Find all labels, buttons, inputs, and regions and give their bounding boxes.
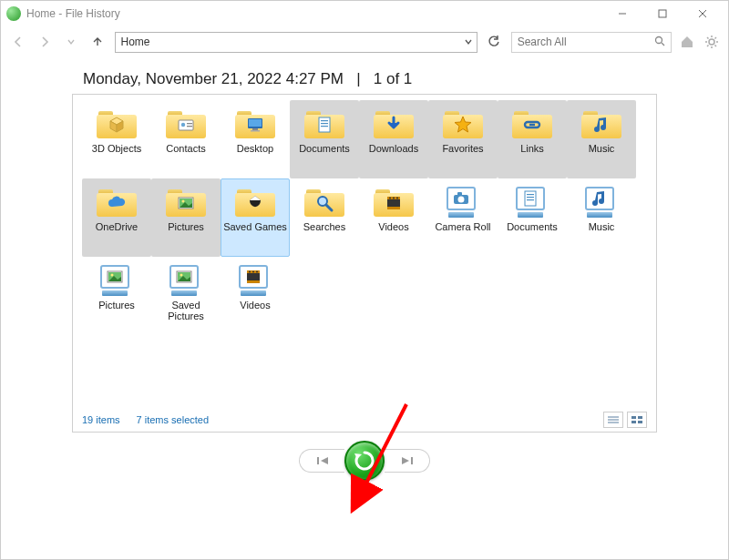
item-pictures[interactable]: Pictures — [82, 257, 151, 335]
desk-icon — [245, 115, 265, 137]
item-label: Contacts — [166, 143, 205, 154]
settings-gear-icon[interactable] — [703, 33, 721, 51]
folder-icon — [374, 105, 414, 141]
item-label: Camera Roll — [435, 221, 490, 232]
next-version-button[interactable] — [385, 449, 430, 473]
item-saved-pictures[interactable]: Saved Pictures — [151, 257, 221, 335]
item-label: Links — [520, 143, 544, 154]
recent-dropdown[interactable] — [61, 32, 80, 52]
folder-icon — [581, 105, 621, 141]
svg-rect-27 — [321, 120, 328, 121]
svg-rect-29 — [321, 126, 328, 127]
item-music[interactable]: Music — [567, 178, 636, 257]
svg-rect-48 — [527, 197, 534, 198]
svg-point-42 — [396, 197, 398, 199]
svg-rect-58 — [247, 280, 260, 283]
item-label: 3D Objects — [92, 143, 141, 154]
folder-icon — [166, 183, 206, 219]
playback-controls — [1, 433, 728, 489]
item-onedrive[interactable]: OneDrive — [82, 178, 151, 257]
svg-rect-49 — [527, 199, 534, 200]
library-icon — [97, 261, 137, 298]
item-label: Music — [589, 221, 615, 232]
up-button[interactable] — [87, 32, 107, 52]
close-button[interactable] — [683, 1, 723, 26]
svg-rect-68 — [638, 421, 642, 423]
item-documents[interactable]: Documents — [290, 100, 359, 178]
svg-point-41 — [393, 197, 395, 199]
search-input[interactable] — [518, 33, 654, 52]
item-searches[interactable]: Searches — [290, 178, 359, 257]
items-grid[interactable]: 3D ObjectsContactsDesktopDocumentsDownlo… — [73, 95, 656, 404]
svg-point-60 — [252, 271, 254, 273]
item-label: OneDrive — [96, 221, 138, 232]
svg-rect-20 — [187, 123, 192, 124]
item-count: 19 items — [82, 414, 120, 425]
folder-icon — [235, 105, 275, 141]
svg-line-14 — [715, 37, 717, 39]
forward-button[interactable] — [35, 32, 54, 52]
restore-button[interactable] — [344, 441, 385, 481]
refresh-button[interactable] — [485, 32, 504, 52]
cloud-icon — [107, 193, 127, 215]
view-icons-button[interactable] — [627, 412, 647, 428]
library-icon — [166, 261, 206, 298]
item-favorites[interactable]: Favorites — [428, 100, 498, 178]
minimize-button[interactable] — [602, 1, 642, 26]
address-input[interactable] — [116, 33, 460, 52]
item-pictures[interactable]: Pictures — [151, 178, 221, 257]
library-icon — [512, 183, 552, 219]
item-links[interactable]: Links — [498, 100, 567, 178]
svg-rect-1 — [659, 10, 666, 17]
item-downloads[interactable]: Downloads — [359, 100, 428, 178]
window-title: Home - File History — [26, 7, 120, 20]
svg-rect-66 — [638, 416, 642, 419]
svg-rect-25 — [251, 130, 260, 132]
svg-point-4 — [655, 36, 662, 43]
view-details-button[interactable] — [603, 412, 623, 428]
item-documents[interactable]: Documents — [498, 178, 567, 257]
svg-rect-69 — [317, 457, 319, 464]
file-history-app-icon — [6, 6, 21, 21]
svg-line-11 — [707, 37, 709, 39]
svg-point-40 — [389, 197, 391, 199]
back-button[interactable] — [8, 32, 27, 52]
svg-point-45 — [458, 197, 465, 203]
library-icon — [443, 183, 483, 219]
item-music[interactable]: Music — [567, 100, 636, 178]
svg-point-34 — [182, 199, 185, 202]
item-label: Pictures — [98, 300, 135, 311]
pic-icon — [176, 193, 196, 215]
item-label: Favorites — [442, 143, 483, 154]
item-saved-games[interactable]: Saved Games — [221, 178, 290, 257]
svg-rect-39 — [387, 207, 400, 209]
item-desktop[interactable]: Desktop — [221, 100, 290, 178]
item-contacts[interactable]: Contacts — [151, 100, 221, 178]
pic-icon — [105, 270, 125, 284]
pic-icon — [174, 270, 194, 284]
game-icon — [245, 193, 265, 215]
svg-rect-47 — [527, 194, 534, 195]
svg-point-52 — [111, 274, 114, 277]
previous-version-button[interactable] — [299, 449, 344, 473]
folder-icon — [443, 105, 483, 141]
svg-rect-44 — [457, 192, 462, 196]
address-bar[interactable] — [115, 32, 477, 53]
item-3d-objects[interactable]: 3D Objects — [82, 100, 151, 178]
doc-icon — [314, 115, 334, 137]
address-dropdown[interactable] — [460, 33, 477, 52]
selection-count: 7 items selected — [137, 414, 209, 425]
svg-point-55 — [180, 274, 183, 277]
link-icon — [522, 115, 542, 137]
item-videos[interactable]: Videos — [221, 257, 290, 335]
item-camera-roll[interactable]: Camera Roll — [428, 178, 498, 257]
svg-rect-24 — [252, 128, 258, 130]
home-icon[interactable] — [679, 33, 696, 51]
svg-rect-46 — [525, 191, 536, 206]
svg-rect-67 — [631, 421, 636, 423]
maximize-button[interactable] — [642, 1, 683, 26]
search-box[interactable] — [511, 32, 672, 53]
svg-point-6 — [709, 39, 714, 45]
item-label: Documents — [507, 221, 558, 232]
item-videos[interactable]: Videos — [359, 178, 428, 257]
